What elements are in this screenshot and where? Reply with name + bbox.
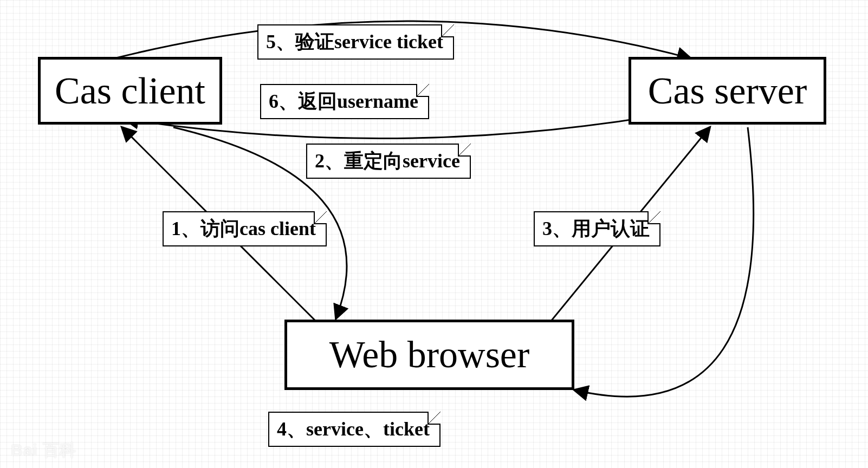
watermark: Bai 百科 [11, 439, 76, 461]
node-cas-server: Cas server [629, 57, 826, 125]
note-6-text: 6、返回username [269, 90, 418, 112]
note-4-service-ticket: 4、service、ticket [268, 412, 441, 447]
note-3-user-auth: 3、用户认证 [534, 211, 660, 246]
node-web-browser-label: Web browser [329, 333, 530, 376]
node-cas-server-label: Cas server [648, 69, 807, 113]
note-3-text: 3、用户认证 [542, 218, 650, 239]
note-4-text: 4、service、ticket [277, 418, 430, 440]
note-2-redirect-service: 2、重定向service [306, 144, 471, 179]
note-5-text: 5、验证service ticket [266, 31, 443, 53]
note-1-access-client: 1、访问cas client [163, 211, 327, 246]
note-2-text: 2、重定向service [315, 150, 460, 172]
note-5-validate-ticket: 5、验证service ticket [257, 24, 454, 60]
watermark-text: Bai 百科 [11, 441, 76, 459]
node-cas-client-label: Cas client [55, 69, 205, 113]
note-1-text: 1、访问cas client [171, 218, 316, 239]
node-cas-client: Cas client [38, 57, 222, 125]
node-web-browser: Web browser [284, 320, 574, 390]
note-6-return-username: 6、返回username [260, 84, 429, 119]
